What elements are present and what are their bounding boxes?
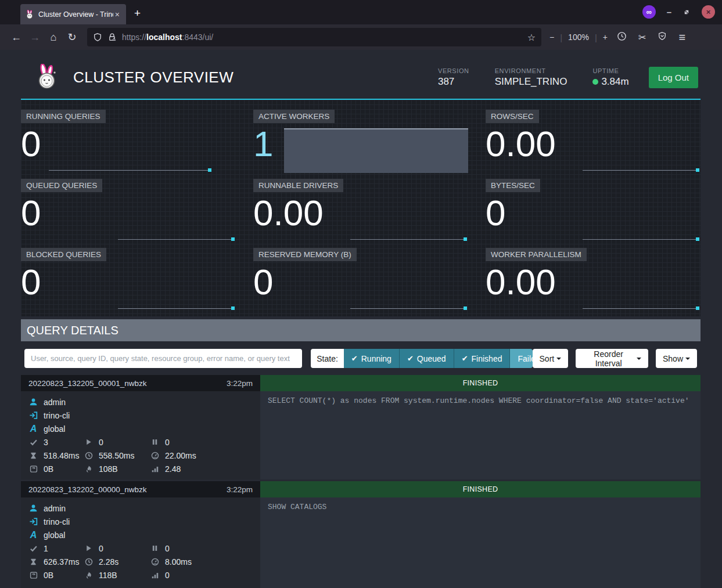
lock-warning-icon[interactable] <box>107 33 117 42</box>
tab-title: Cluster Overview - Trino <box>38 10 113 19</box>
stat-value: 0.00 <box>253 194 324 231</box>
stat-queued-queries: QUEUED QUERIES 0 <box>21 175 236 244</box>
stat-runnable-drivers: RUNNABLE DRIVERS 0.00 <box>253 175 468 244</box>
filter-running-button[interactable]: ✔ Running <box>344 349 400 368</box>
filter-queued-button[interactable]: ✔ Queued <box>400 349 454 368</box>
query-status-bar: FINISHED <box>260 481 701 497</box>
private-browsing-icon: ∞ <box>642 5 656 19</box>
execution-time-icon <box>84 557 94 567</box>
history-clock-icon[interactable] <box>617 31 627 44</box>
minimize-button[interactable]: – <box>667 9 671 15</box>
elapsed-time-icon <box>28 451 38 460</box>
version-block: VERSION 387 <box>438 67 469 88</box>
back-icon[interactable]: ← <box>7 31 26 44</box>
stat-label: ACTIVE WORKERS <box>253 110 335 123</box>
query-id-link[interactable]: 20220823_132202_00000_nwbzk <box>28 485 146 494</box>
user-icon <box>28 398 38 407</box>
sort-dropdown[interactable]: Sort <box>533 349 569 368</box>
menu-icon[interactable]: ≡ <box>678 31 685 44</box>
new-tab-button[interactable]: + <box>134 7 141 20</box>
check-icon: ✔ <box>407 354 414 363</box>
show-dropdown[interactable]: Show <box>656 349 697 368</box>
stat-label: QUEUED QUERIES <box>21 179 102 192</box>
query-search-input[interactable] <box>24 349 302 368</box>
version-value: 387 <box>438 76 469 88</box>
stat-value: 0 <box>21 194 41 231</box>
source-icon <box>28 517 38 526</box>
uptime-block: UPTIME 3.84m <box>592 67 628 88</box>
zoom-in-icon[interactable]: + <box>603 33 608 42</box>
tab-close-icon[interactable]: × <box>113 10 121 19</box>
stat-label: RUNNING QUERIES <box>21 110 106 123</box>
stat-label: RUNNABLE DRIVERS <box>253 179 343 192</box>
zoom-level[interactable]: 100% <box>568 33 589 42</box>
environment-block: ENVIRONMENT SIMPLE_TRINO <box>495 67 567 88</box>
stat-value: 0 <box>21 264 41 300</box>
peak-memory-icon <box>84 464 94 474</box>
cumulative-memory: 0 <box>165 571 170 580</box>
elapsed-time-icon <box>28 557 38 567</box>
pocket-shield-icon[interactable] <box>658 31 667 43</box>
refresh-icon[interactable]: ↻ <box>63 31 81 44</box>
queued-splits: 0 <box>165 544 170 553</box>
cpu-time: 22.00ms <box>165 451 196 460</box>
browser-tab[interactable]: Cluster Overview - Trino × <box>20 4 126 24</box>
peak-memory: 108B <box>99 464 118 474</box>
logout-button[interactable]: Log Out <box>649 67 698 88</box>
stat-value: 0.00 <box>486 125 556 162</box>
query-id-link[interactable]: 20220823_132205_00001_nwbzk <box>28 379 146 388</box>
bookmark-star-icon[interactable]: ☆ <box>527 32 536 43</box>
queued-splits-icon <box>150 438 160 447</box>
elapsed-time: 626.37ms <box>44 557 79 567</box>
close-button[interactable]: × <box>702 5 715 19</box>
queued-splits-icon <box>150 544 160 553</box>
state-filter-group: State: ✔ Running ✔ Queued ✔ Finished Fai… <box>311 349 532 368</box>
stat-bytes-sec: BYTES/SEC 0 <box>486 175 701 244</box>
sparkline <box>118 308 234 309</box>
filter-failed-dropdown[interactable]: Failed <box>510 349 532 368</box>
query-resource-group: global <box>44 531 65 540</box>
url-text: https://localhost:8443/ui/ <box>122 33 523 42</box>
cpu-time-icon <box>150 451 160 460</box>
sparkline <box>350 308 466 309</box>
query-source: trino-cli <box>44 517 70 526</box>
source-icon <box>28 411 38 420</box>
execution-time: 558.50ms <box>99 451 134 460</box>
restore-button[interactable] <box>683 8 691 16</box>
stat-label: BYTES/SEC <box>486 179 540 192</box>
stat-value: 1 <box>253 125 273 162</box>
running-splits-icon <box>84 544 94 553</box>
stat-value: 0 <box>253 264 273 300</box>
current-memory: 0B <box>44 571 53 580</box>
uptime-label: UPTIME <box>592 67 628 74</box>
zoom-out-icon[interactable]: − <box>549 33 554 42</box>
divider: | <box>560 33 562 42</box>
stat-blocked-queries: BLOCKED QUERIES 0 <box>21 244 236 313</box>
sparkline <box>583 239 699 240</box>
stat-label: RESERVED MEMORY (B) <box>253 248 357 261</box>
completed-splits-icon <box>28 544 38 553</box>
shield-icon[interactable] <box>93 33 102 42</box>
uptime-value: 3.84m <box>601 76 628 88</box>
reorder-interval-dropdown[interactable]: Reorder Interval <box>576 349 648 368</box>
url-bar[interactable]: https://localhost:8443/ui/ ☆ <box>87 28 541 46</box>
version-label: VERSION <box>438 67 469 74</box>
stat-worker-parallelism: WORKER PARALLELISM 0.00 <box>486 244 701 313</box>
current-memory: 0B <box>44 464 53 474</box>
screenshot-icon[interactable]: ✂ <box>638 32 646 43</box>
home-icon[interactable]: ⌂ <box>44 31 63 44</box>
resource-group-icon: A <box>30 530 37 540</box>
cluster-stats-grid: RUNNING QUERIES 0 ACTIVE WORKERS 1 ROWS/… <box>21 100 701 316</box>
forward-icon[interactable]: → <box>26 31 44 44</box>
cpu-time-icon <box>150 557 160 567</box>
filter-finished-button[interactable]: ✔ Finished <box>454 349 511 368</box>
trino-cluster-overview-page: CLUSTER OVERVIEW VERSION 387 ENVIRONMENT… <box>0 50 722 588</box>
sparkline-area <box>284 128 468 173</box>
query-filter-toolbar: State: ✔ Running ✔ Queued ✔ Finished Fai… <box>21 349 701 368</box>
running-splits: 0 <box>99 544 103 553</box>
browser-window: Cluster Overview - Trino × + ∞ – × ← → ⌂… <box>0 0 722 588</box>
query-sql-text: SELECT COUNT(*) as nodes FROM system.run… <box>260 391 701 479</box>
elapsed-time: 518.48ms <box>44 451 79 460</box>
state-label: State: <box>311 349 344 368</box>
query-summary-panel: admin trino-cli Aglobal 3 0 0 518.48ms 5… <box>21 391 260 479</box>
